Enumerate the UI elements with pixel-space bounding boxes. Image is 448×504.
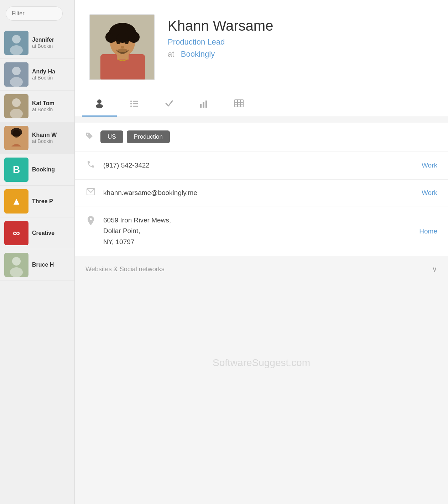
tab-chart[interactable]: [187, 91, 222, 117]
svg-rect-39: [200, 104, 202, 108]
avatar: [4, 31, 28, 55]
profile-header: Khann Warsame Production Lead at Booking…: [75, 0, 448, 91]
email-icon: [85, 188, 96, 197]
svg-point-2: [10, 45, 23, 55]
tab-check[interactable]: [152, 91, 187, 117]
contact-info: Khann W at Bookin: [32, 132, 70, 144]
contact-name: Booking: [32, 166, 70, 173]
avatar: [4, 62, 28, 87]
contact-name: Jennifer: [32, 37, 70, 43]
tag-icon: [85, 132, 93, 142]
address-row: 6059 Iron River Mews, Dollar Point, NY, …: [75, 206, 448, 256]
phone-row: (917) 542-3422 Work: [75, 151, 448, 180]
list-item[interactable]: Kat Tom at Bookin: [0, 91, 74, 122]
main-panel: Khann Warsame Production Lead at Booking…: [75, 0, 448, 504]
email-label[interactable]: Work: [422, 189, 437, 197]
list-item[interactable]: Jennifer at Bookin: [0, 27, 74, 59]
svg-point-11: [11, 128, 22, 137]
phone-icon: [85, 160, 96, 171]
tab-list[interactable]: [117, 91, 152, 117]
contact-info: Jennifer at Bookin: [32, 37, 70, 49]
company-avatar: ▲: [4, 189, 28, 214]
company-prefix: at: [168, 50, 174, 58]
list-item[interactable]: ▲ Three P: [0, 186, 74, 217]
address-line3: NY, 10797: [103, 237, 419, 247]
list-item[interactable]: Andy Ha at Bookin: [0, 59, 74, 91]
websites-title: Websites & Social networks: [85, 266, 432, 273]
list-item[interactable]: ∞ Creative: [0, 217, 74, 249]
address-label[interactable]: Home: [419, 227, 437, 235]
avatar: [4, 126, 28, 150]
email-row: khann.warsame@bookingly.me Work: [75, 180, 448, 206]
address-line1: 6059 Iron River Mews,: [103, 215, 419, 226]
contact-info: Andy Ha at Bookin: [32, 68, 70, 81]
profile-company-line: at Bookingly: [168, 50, 273, 59]
svg-point-14: [10, 267, 23, 277]
svg-point-8: [10, 109, 23, 118]
contact-info: Kat Tom at Bookin: [32, 100, 70, 112]
avatar: [4, 253, 28, 277]
tab-person[interactable]: [82, 91, 117, 117]
svg-rect-41: [205, 101, 207, 108]
email-value: khann.warsame@bookingly.me: [103, 189, 422, 197]
svg-point-1: [12, 35, 21, 43]
filter-container: [0, 0, 74, 27]
sidebar: Jennifer at Bookin Andy Ha at Bookin: [0, 0, 75, 504]
avatar: [4, 94, 28, 118]
tags-row: US Production: [75, 123, 448, 151]
svg-point-4: [12, 67, 21, 75]
profile-name: Khann Warsame: [168, 18, 273, 34]
contact-company: at Bookin: [32, 107, 70, 112]
phone-label[interactable]: Work: [422, 161, 437, 169]
svg-point-5: [10, 77, 23, 87]
list-item[interactable]: Bruce H: [0, 249, 74, 281]
contact-company: at Bookin: [32, 43, 70, 49]
list-item[interactable]: B Booking: [0, 154, 74, 186]
svg-point-31: [97, 99, 101, 104]
filter-input[interactable]: [6, 6, 63, 21]
tab-bar: [75, 91, 448, 117]
svg-point-7: [12, 98, 21, 107]
svg-point-35: [130, 103, 132, 104]
profile-photo: [89, 14, 155, 80]
svg-rect-40: [203, 102, 204, 108]
contact-name: Khann W: [32, 132, 70, 138]
profile-title: Production Lead: [168, 37, 273, 47]
address-line2: Dollar Point,: [103, 226, 419, 236]
contact-info: Creative: [32, 230, 70, 236]
contact-name: Three P: [32, 198, 70, 205]
address-value: 6059 Iron River Mews, Dollar Point, NY, …: [103, 215, 419, 247]
svg-point-33: [130, 101, 132, 102]
company-link[interactable]: Bookingly: [181, 50, 215, 58]
contact-name: Bruce H: [32, 262, 70, 268]
profile-info: Khann Warsame Production Lead at Booking…: [168, 14, 273, 59]
svg-point-29: [121, 46, 124, 48]
tag-production: Production: [127, 130, 170, 143]
phone-value: (917) 542-3422: [103, 161, 422, 169]
tag-us: US: [100, 130, 123, 143]
watermark: SoftwareSuggest.com: [213, 357, 310, 369]
contact-name: Andy Ha: [32, 68, 70, 75]
contact-name: Kat Tom: [32, 100, 70, 107]
svg-point-13: [12, 257, 21, 266]
contact-name: Creative: [32, 230, 70, 236]
svg-rect-42: [235, 100, 243, 107]
contact-company: at Bookin: [32, 138, 70, 144]
tab-table[interactable]: [222, 91, 256, 117]
contact-company: at Bookin: [32, 75, 70, 81]
contact-info: Three P: [32, 198, 70, 205]
contact-list: Jennifer at Bookin Andy Ha at Bookin: [0, 27, 74, 281]
company-avatar: B: [4, 158, 28, 182]
svg-point-37: [130, 106, 132, 107]
websites-section[interactable]: Websites & Social networks ∨: [75, 256, 448, 282]
contact-details: US Production (917) 542-3422 Work khann.…: [75, 123, 448, 256]
contact-info: Bruce H: [32, 262, 70, 268]
svg-point-26: [118, 24, 127, 34]
list-item[interactable]: Khann W at Bookin: [0, 122, 74, 154]
location-icon: [85, 215, 96, 227]
svg-point-27: [116, 41, 120, 44]
svg-point-28: [125, 41, 129, 44]
company-avatar: ∞: [4, 221, 28, 245]
contact-info: Booking: [32, 166, 70, 173]
svg-point-32: [96, 104, 103, 108]
